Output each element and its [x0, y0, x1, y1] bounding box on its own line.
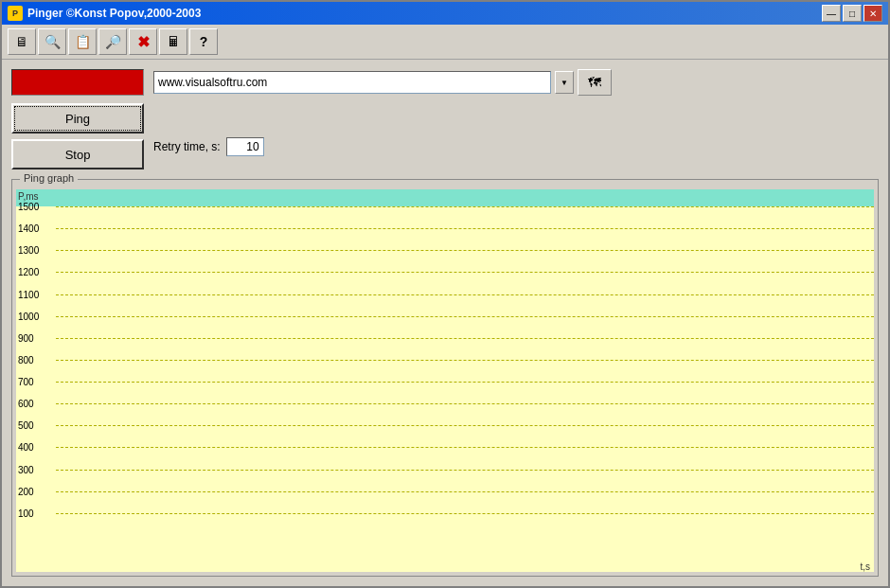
grid-line-1000 [56, 316, 874, 317]
y-label-400: 400 [18, 442, 34, 453]
calc-icon: 🖩 [167, 34, 180, 49]
address-container: ▼ 🗺 [153, 69, 612, 96]
maximize-button[interactable]: □ [843, 5, 862, 22]
toolbar-settings-button[interactable]: 🖥 [8, 28, 36, 55]
grid-line-900 [56, 338, 874, 339]
grid-line-100 [56, 513, 874, 514]
minimize-button[interactable]: — [822, 5, 841, 22]
grid-line-300 [56, 470, 874, 471]
y-label-1300: 1300 [18, 245, 39, 256]
address-input[interactable] [153, 71, 551, 94]
y-label-500: 500 [18, 420, 34, 431]
toolbar-list-button[interactable]: 📋 [68, 28, 97, 55]
toolbar-search-button[interactable]: 🔎 [98, 28, 127, 55]
stop-icon: ✖ [137, 33, 150, 51]
y-label-700: 700 [18, 377, 34, 387]
toolbar-find-button[interactable]: 🔍 [38, 28, 66, 55]
search2-icon: 🔎 [105, 34, 121, 49]
grid-line-1500 [56, 206, 874, 207]
y-label-1100: 1100 [18, 290, 39, 300]
y-axis-label: P,ms [18, 191, 39, 202]
stop-button[interactable]: Stop [11, 139, 144, 169]
toolbar-help-button[interactable]: ? [189, 28, 218, 55]
grid-line-200 [56, 491, 874, 492]
grid-line-800 [56, 360, 874, 361]
app-icon: P [8, 6, 23, 21]
toolbar: 🖥 🔍 📋 🔎 ✖ 🖩 ? [2, 25, 888, 60]
browse-icon: 🗺 [588, 75, 601, 90]
grid-line-600 [56, 403, 874, 404]
retry-label: Retry time, s: [153, 140, 221, 153]
browse-button[interactable]: 🗺 [578, 69, 612, 96]
y-label-1500: 1500 [18, 202, 39, 212]
grid-line-1100 [56, 294, 874, 295]
content-area: ▼ 🗺 Ping Stop Retry time, s: Ping graph [2, 60, 888, 586]
help-icon: ? [200, 34, 208, 49]
graph-plot: 1500 1400 1300 1200 1100 1000 900 800 [16, 206, 874, 557]
button-row: Ping Stop Retry time, s: [11, 103, 879, 169]
grid-line-1400 [56, 228, 874, 229]
controls-row1: ▼ 🗺 [11, 69, 879, 96]
y-label-1000: 1000 [18, 312, 39, 322]
graph-group-label: Ping graph [20, 172, 78, 184]
y-label-900: 900 [18, 333, 34, 344]
cyan-band [16, 189, 874, 206]
toolbar-stop-button[interactable]: ✖ [129, 28, 157, 55]
title-bar: P Pinger ©Konst Popov,2000-2003 — □ ✕ [2, 2, 888, 25]
window-title: Pinger ©Konst Popov,2000-2003 [27, 7, 201, 20]
close-button[interactable]: ✕ [863, 5, 882, 22]
status-indicator [11, 69, 144, 96]
title-bar-left: P Pinger ©Konst Popov,2000-2003 [8, 6, 201, 21]
ping-button[interactable]: Ping [11, 103, 144, 134]
address-dropdown-button[interactable]: ▼ [555, 71, 574, 94]
retry-input[interactable] [226, 137, 264, 156]
ping-graph-groupbox: Ping graph P,ms t,s 1500 1400 1300 [11, 179, 879, 577]
grid-line-500 [56, 425, 874, 426]
list-icon: 📋 [75, 34, 91, 49]
grid-line-400 [56, 447, 874, 448]
find-icon: 🔍 [44, 34, 61, 49]
main-window: P Pinger ©Konst Popov,2000-2003 — □ ✕ 🖥 … [0, 0, 890, 588]
y-label-1400: 1400 [18, 223, 39, 234]
grid-line-1200 [56, 272, 874, 273]
graph-inner: P,ms t,s 1500 1400 1300 1200 1100 [16, 189, 874, 572]
title-bar-buttons: — □ ✕ [822, 5, 882, 22]
y-label-300: 300 [18, 465, 34, 475]
y-label-200: 200 [18, 487, 34, 497]
toolbar-calc-button[interactable]: 🖩 [159, 28, 187, 55]
settings-icon: 🖥 [15, 34, 28, 49]
retry-container: Retry time, s: [153, 137, 264, 156]
action-buttons: Ping Stop [11, 103, 144, 169]
grid-line-700 [56, 382, 874, 383]
y-label-1200: 1200 [18, 267, 39, 277]
y-label-100: 100 [18, 508, 34, 519]
y-label-800: 800 [18, 355, 34, 365]
grid-line-1300 [56, 250, 874, 251]
x-axis-label: t,s [860, 561, 870, 572]
y-label-600: 600 [18, 399, 34, 409]
